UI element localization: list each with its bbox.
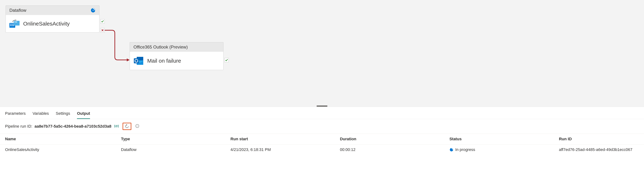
in-progress-spinner-icon	[450, 148, 454, 152]
pipeline-run-id-row: Pipeline run ID: aa8e7b77-5a5c-4264-bea8…	[0, 119, 644, 134]
activity-body: Mail on failure	[130, 52, 223, 70]
view-details-icon[interactable]: [@]	[114, 124, 119, 128]
success-port-icon[interactable]	[100, 19, 105, 24]
svg-rect-10	[14, 22, 16, 22]
outlook-icon	[134, 56, 144, 66]
cell-type: Dataflow	[116, 144, 226, 155]
svg-rect-16	[134, 58, 139, 63]
svg-rect-7	[12, 25, 13, 26]
cell-run-id: aff7ed76-25ad-4485-a6ed-49d3b1ecc067	[554, 144, 644, 155]
activity-type-label: Dataflow	[10, 8, 26, 13]
svg-marker-12	[15, 20, 17, 21]
failure-port-icon[interactable]	[100, 28, 105, 32]
col-header-type[interactable]: Type	[116, 134, 226, 144]
svg-rect-11	[16, 22, 17, 22]
tab-variables[interactable]: Variables	[32, 110, 49, 119]
dataflow-icon	[10, 19, 20, 28]
svg-point-1	[93, 10, 94, 11]
table-row[interactable]: OnlineSalesActivity Dataflow 4/21/2023, …	[0, 144, 644, 155]
in-progress-spinner-icon	[90, 8, 96, 13]
connector-arrow	[105, 28, 130, 64]
cell-duration: 00:00:12	[335, 144, 444, 155]
activity-header: Dataflow	[6, 6, 99, 15]
svg-text:[@]: [@]	[114, 124, 119, 128]
svg-marker-19	[126, 124, 127, 126]
pipeline-canvas[interactable]: Dataflow OnlineSalesA	[0, 0, 644, 107]
activity-type-label: Office365 Outlook (Preview)	[134, 44, 188, 50]
activity-outlook[interactable]: Office365 Outlook (Preview) Mail on fail…	[130, 42, 224, 70]
svg-text:i: i	[137, 125, 137, 127]
col-header-run-start[interactable]: Run start	[226, 134, 335, 144]
svg-rect-9	[14, 21, 20, 26]
activity-title: OnlineSalesActivity	[23, 21, 70, 27]
svg-rect-6	[10, 25, 11, 26]
activity-dataflow[interactable]: Dataflow OnlineSalesA	[6, 6, 100, 32]
tab-output[interactable]: Output	[77, 110, 90, 119]
output-panel: Parameters Variables Settings Output Pip…	[0, 107, 644, 155]
info-icon[interactable]: i	[135, 124, 139, 129]
tab-parameters[interactable]: Parameters	[5, 110, 26, 119]
svg-rect-3	[10, 24, 11, 24]
col-header-status[interactable]: Status	[444, 134, 554, 144]
svg-marker-13	[127, 58, 130, 61]
tabs-row: Parameters Variables Settings Output	[0, 107, 644, 119]
cell-run-start: 4/21/2023, 6:18:31 PM	[226, 144, 335, 155]
activity-title: Mail on failure	[147, 58, 181, 64]
activity-header: Office365 Outlook (Preview)	[130, 42, 223, 52]
refresh-button[interactable]	[122, 123, 131, 130]
refresh-icon	[125, 124, 129, 128]
activity-body: OnlineSalesActivity	[6, 15, 99, 32]
cell-name: OnlineSalesActivity	[0, 144, 116, 155]
cell-status: In progress	[444, 144, 554, 155]
panel-resize-handle[interactable]	[316, 106, 328, 106]
table-header-row: Name Type Run start Duration Status Run …	[0, 134, 644, 144]
success-port-icon[interactable]	[224, 58, 229, 62]
status-text: In progress	[455, 147, 475, 152]
run-id-value: aa8e7b77-5a5c-4264-bea8-a7103c52d3a8	[34, 124, 111, 129]
run-id-label: Pipeline run ID:	[5, 124, 32, 129]
svg-rect-4	[12, 24, 13, 24]
col-header-duration[interactable]: Duration	[335, 134, 444, 144]
col-header-name[interactable]: Name	[0, 134, 116, 144]
col-header-run-id[interactable]: Run ID	[554, 134, 644, 144]
output-table: Name Type Run start Duration Status Run …	[0, 134, 644, 155]
tab-settings[interactable]: Settings	[56, 110, 70, 119]
